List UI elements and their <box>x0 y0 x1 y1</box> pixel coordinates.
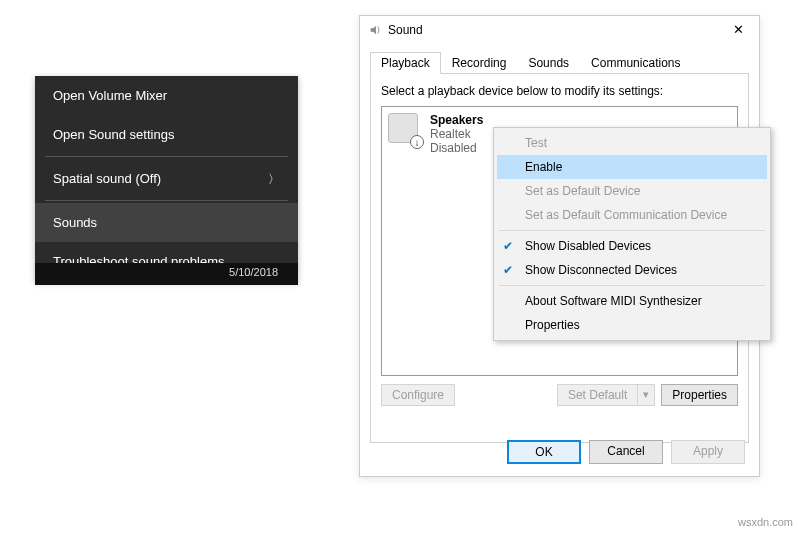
taskbar-date: 5/10/2018 <box>229 266 278 278</box>
close-button[interactable]: ✕ <box>721 18 755 41</box>
menu-item-volume-mixer[interactable]: Open Volume Mixer <box>35 76 298 115</box>
menu-item-sound-settings[interactable]: Open Sound settings <box>35 115 298 154</box>
instruction-label: Select a playback device below to modify… <box>381 84 738 98</box>
cancel-button[interactable]: Cancel <box>589 440 663 464</box>
ok-button[interactable]: OK <box>507 440 581 464</box>
menu-item-test: Test <box>497 131 767 155</box>
separator <box>45 200 288 201</box>
separator <box>499 285 765 286</box>
titlebar: Sound ✕ <box>360 16 759 44</box>
speaker-icon: ↓ <box>388 113 422 147</box>
chevron-down-icon: ▾ <box>637 384 655 406</box>
menu-item-set-default: Set as Default Device <box>497 179 767 203</box>
taskbar-fragment: 5/10/2018 <box>35 263 298 285</box>
separator <box>45 156 288 157</box>
tab-sounds[interactable]: Sounds <box>517 52 580 74</box>
menu-item-set-comm: Set as Default Communication Device <box>497 203 767 227</box>
menu-item-show-disabled[interactable]: ✔Show Disabled Devices <box>497 234 767 258</box>
down-arrow-icon: ↓ <box>410 135 424 149</box>
menu-item-about-midi[interactable]: About Software MIDI Synthesizer <box>497 289 767 313</box>
properties-button[interactable]: Properties <box>661 384 738 406</box>
menu-item-sounds[interactable]: Sounds <box>35 203 298 242</box>
chevron-right-icon: 〉 <box>268 171 280 188</box>
menu-item-spatial-sound[interactable]: Spatial sound (Off) 〉 <box>35 159 298 198</box>
apply-button: Apply <box>671 440 745 464</box>
dialog-title: Sound <box>388 23 721 37</box>
separator <box>499 230 765 231</box>
check-icon: ✔ <box>503 263 513 277</box>
tab-communications[interactable]: Communications <box>580 52 691 74</box>
menu-item-enable[interactable]: Enable <box>497 155 767 179</box>
config-row: Configure Set Default ▾ Properties <box>381 384 738 406</box>
configure-button: Configure <box>381 384 455 406</box>
device-driver: Realtek <box>430 127 483 141</box>
check-icon: ✔ <box>503 239 513 253</box>
volume-tray-context-menu: Open Volume Mixer Open Sound settings Sp… <box>35 76 298 281</box>
tab-strip: Playback Recording Sounds Communications <box>360 44 759 74</box>
device-name: Speakers <box>430 113 483 127</box>
tab-playback[interactable]: Playback <box>370 52 441 74</box>
tab-recording[interactable]: Recording <box>441 52 518 74</box>
device-state: Disabled <box>430 141 483 155</box>
watermark: wsxdn.com <box>738 516 793 528</box>
dialog-buttons: OK Cancel Apply <box>507 440 745 464</box>
set-default-button: Set Default ▾ <box>557 384 655 406</box>
close-icon: ✕ <box>733 22 744 37</box>
menu-item-properties[interactable]: Properties <box>497 313 767 337</box>
menu-item-show-disconnected[interactable]: ✔Show Disconnected Devices <box>497 258 767 282</box>
sound-icon <box>368 23 382 37</box>
device-context-menu: Test Enable Set as Default Device Set as… <box>493 127 771 341</box>
